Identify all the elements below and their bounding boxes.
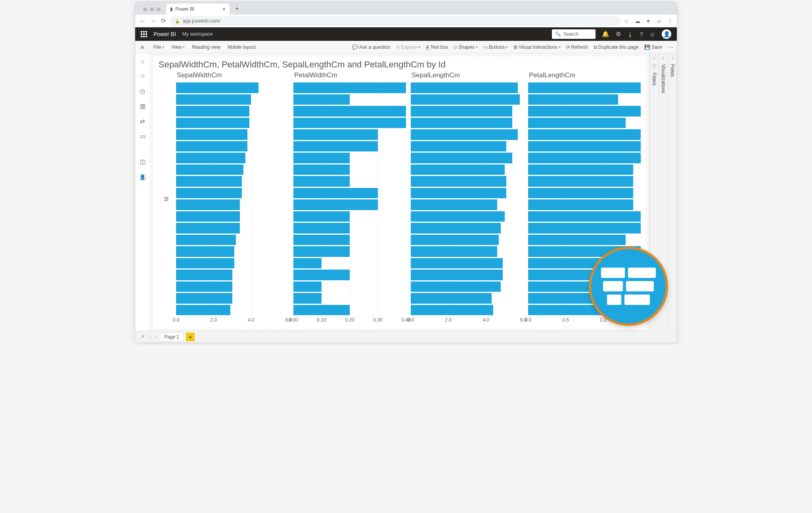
- textbox-button[interactable]: A̲ Text box: [426, 44, 448, 50]
- bar[interactable]: [411, 188, 506, 199]
- bar[interactable]: [411, 258, 503, 269]
- bar[interactable]: [293, 211, 350, 222]
- ask-question-button[interactable]: 💬 Ask a question: [352, 44, 391, 50]
- user-avatar[interactable]: 👤: [662, 29, 671, 39]
- bar[interactable]: [176, 270, 232, 280]
- rail-avatar[interactable]: 👤: [139, 173, 147, 181]
- nav-toggle-icon[interactable]: ≡: [138, 44, 146, 50]
- bar[interactable]: [411, 106, 512, 117]
- bar[interactable]: [411, 176, 506, 187]
- search-input[interactable]: 🔍 Search: [552, 29, 596, 39]
- back-button[interactable]: ←: [139, 17, 146, 25]
- shapes-button[interactable]: ◇ Shapes ▾: [454, 44, 478, 50]
- bar[interactable]: [176, 153, 245, 163]
- bar[interactable]: [411, 246, 497, 257]
- workspaces-icon[interactable]: ▭: [139, 133, 146, 140]
- bar[interactable]: [528, 94, 618, 105]
- home-icon[interactable]: ⌂: [139, 57, 146, 65]
- page-tab[interactable]: Page 1: [160, 333, 184, 341]
- chevron-left-icon[interactable]: ‹: [653, 56, 655, 60]
- new-tab-button[interactable]: +: [232, 4, 242, 14]
- star-icon[interactable]: ☆: [624, 18, 629, 24]
- url-input[interactable]: app.powerbi.com/: [170, 16, 621, 26]
- bar[interactable]: [293, 176, 350, 187]
- bar[interactable]: [293, 141, 378, 152]
- bar[interactable]: [176, 246, 234, 257]
- bar[interactable]: [528, 129, 641, 140]
- bar[interactable]: [528, 223, 641, 234]
- app-brand[interactable]: Power BI: [153, 31, 176, 37]
- chevron-left-icon[interactable]: ‹: [672, 56, 673, 60]
- save-button[interactable]: 💾 Save: [644, 44, 662, 50]
- bar[interactable]: [411, 165, 505, 175]
- bar[interactable]: [176, 281, 232, 292]
- fields-pane[interactable]: ‹ Fields: [668, 54, 677, 331]
- bar[interactable]: [293, 94, 350, 105]
- bar[interactable]: [411, 235, 499, 245]
- bar[interactable]: [176, 258, 234, 269]
- bar[interactable]: [528, 188, 633, 199]
- browser-tab[interactable]: ▮ Power BI ×: [166, 4, 230, 15]
- my-workspace-icon[interactable]: ◫: [139, 158, 146, 165]
- bar[interactable]: [176, 211, 240, 222]
- bar[interactable]: [411, 281, 501, 292]
- bar[interactable]: [176, 118, 249, 128]
- bar[interactable]: [293, 165, 350, 175]
- bar[interactable]: [528, 106, 641, 117]
- explore-button[interactable]: ↻ Explore ▾: [396, 44, 421, 50]
- bar[interactable]: [411, 199, 497, 210]
- feedback-icon[interactable]: ☺: [649, 31, 655, 38]
- bar[interactable]: [293, 258, 322, 269]
- forward-button[interactable]: →: [149, 17, 157, 25]
- bar[interactable]: [411, 223, 501, 234]
- cloud-icon[interactable]: ☁: [635, 18, 640, 24]
- bar[interactable]: [528, 153, 641, 163]
- bar[interactable]: [176, 293, 232, 304]
- notifications-icon[interactable]: 🔔: [602, 31, 609, 38]
- bar[interactable]: [176, 188, 242, 199]
- file-menu[interactable]: File▾: [153, 44, 164, 50]
- bar[interactable]: [411, 305, 493, 316]
- bar[interactable]: [176, 305, 230, 316]
- window-controls[interactable]: [143, 8, 161, 11]
- bar[interactable]: [293, 106, 406, 117]
- bar[interactable]: [528, 199, 633, 210]
- bar[interactable]: [411, 293, 492, 304]
- bar[interactable]: [411, 153, 512, 163]
- chevron-left-icon[interactable]: ‹: [663, 56, 664, 60]
- bar[interactable]: [293, 246, 350, 257]
- report-canvas[interactable]: SepalWidthCm, PetalWidthCm, SepalLengthC…: [153, 56, 647, 330]
- workspace-name[interactable]: My workspace: [182, 31, 213, 37]
- add-page-button[interactable]: +: [186, 333, 195, 341]
- bar[interactable]: [411, 118, 512, 128]
- bar[interactable]: [528, 235, 626, 245]
- view-menu[interactable]: View▾: [171, 44, 185, 50]
- bar[interactable]: [528, 176, 633, 187]
- bar[interactable]: [176, 141, 247, 152]
- shared-icon[interactable]: ⇄: [139, 118, 146, 125]
- bar[interactable]: [528, 165, 633, 175]
- bar[interactable]: [176, 82, 259, 93]
- bar[interactable]: [293, 188, 378, 199]
- bar[interactable]: [528, 141, 641, 152]
- bar[interactable]: [411, 82, 518, 93]
- settings-icon[interactable]: ⚙: [616, 31, 621, 38]
- bar[interactable]: [411, 94, 520, 105]
- close-tab-icon[interactable]: ×: [222, 6, 226, 12]
- bar[interactable]: [293, 153, 350, 163]
- reading-view-button[interactable]: Reading view: [192, 44, 220, 50]
- bar[interactable]: [176, 176, 242, 187]
- bar[interactable]: [528, 82, 641, 93]
- next-page-button[interactable]: ›: [154, 334, 157, 340]
- bar[interactable]: [176, 199, 240, 210]
- bar[interactable]: [293, 199, 378, 210]
- extensions-icon[interactable]: ✦: [646, 18, 651, 24]
- bar[interactable]: [411, 129, 518, 140]
- bar[interactable]: [528, 211, 641, 222]
- bar[interactable]: [293, 305, 350, 316]
- bar[interactable]: [176, 235, 236, 245]
- bar[interactable]: [176, 106, 249, 117]
- duplicate-page-button[interactable]: ⧉ Duplicate this page: [594, 44, 639, 50]
- browser-menu-icon[interactable]: ⋮: [667, 18, 673, 24]
- bar[interactable]: [293, 270, 350, 280]
